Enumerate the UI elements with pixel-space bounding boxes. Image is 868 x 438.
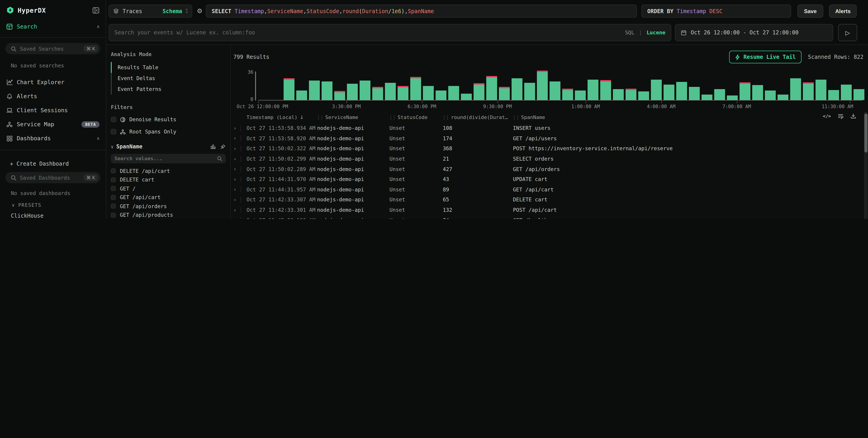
row-expand-chevron-icon[interactable]: ›	[234, 176, 241, 182]
checkbox[interactable]	[111, 117, 116, 122]
create-dashboard-button[interactable]: + Create Dashboard	[0, 160, 106, 167]
language-toggle-sql[interactable]: SQL	[625, 29, 634, 36]
histogram-bar[interactable]	[702, 94, 712, 100]
sidebar-item-service-map[interactable]: Service Map BETA	[0, 120, 106, 128]
histogram-bar[interactable]	[613, 89, 624, 100]
saved-dashboards-input[interactable]: Saved Dashboards ⌘ K	[5, 172, 100, 183]
histogram-bar[interactable]	[537, 70, 548, 100]
order-by-input[interactable]: ORDER BY Timestamp DESC	[641, 4, 791, 18]
histogram-bar[interactable]	[727, 95, 738, 100]
language-toggle-lucene[interactable]: Lucene	[647, 29, 665, 36]
histogram-bar[interactable]	[321, 81, 333, 100]
column-header-timestamp[interactable]: Timestamp (Local)↓	[247, 114, 317, 120]
histogram-bar[interactable]	[752, 85, 763, 100]
checkbox[interactable]	[111, 186, 116, 191]
preset-clickhouse[interactable]: ClickHouse	[0, 213, 106, 219]
histogram-bar[interactable]	[284, 78, 294, 100]
filter-option[interactable]: DELETE /api/cart	[111, 167, 226, 175]
save-button[interactable]: Save	[798, 4, 823, 18]
mode-event-deltas[interactable]: Event Deltas	[111, 73, 226, 84]
drag-handle-icon[interactable]: ⋮⋮	[443, 115, 449, 120]
source-settings-gear-icon[interactable]: ⚙	[197, 7, 203, 14]
histogram-bar[interactable]	[765, 91, 776, 100]
pin-icon[interactable]	[220, 144, 226, 149]
histogram-bar[interactable]	[676, 82, 687, 100]
lucene-search-input[interactable]: Search your events w/ Lucene ex. column:…	[108, 24, 671, 41]
histogram-bar[interactable]	[714, 89, 725, 100]
root-spans-toggle[interactable]: Root Spans Only	[111, 128, 226, 135]
column-header-spanname[interactable]: ⋮⋮SpanName	[513, 114, 868, 120]
alerts-button[interactable]: Alerts	[829, 4, 857, 18]
filter-option[interactable]: GET /api/cart	[111, 193, 226, 202]
histogram-bar[interactable]	[296, 91, 307, 100]
histogram-bar[interactable]	[854, 89, 864, 100]
table-row[interactable]: › Oct 27 11:42:33.307 AM nodejs-demo-api…	[234, 195, 868, 205]
scrollbar-thumb[interactable]	[864, 114, 867, 152]
sidebar-item-client-sessions[interactable]: Client Sessions	[0, 106, 106, 115]
checkbox[interactable]	[111, 213, 116, 217]
histogram-bar[interactable]	[600, 80, 611, 100]
table-row[interactable]: › Oct 27 11:44:31.957 AM nodejs-demo-api…	[234, 184, 868, 195]
row-expand-chevron-icon[interactable]: ›	[234, 125, 241, 131]
row-expand-chevron-icon[interactable]: ›	[234, 197, 241, 203]
checkbox[interactable]	[111, 169, 116, 174]
mode-event-patterns[interactable]: Event Patterns	[111, 84, 226, 94]
presets-section[interactable]: ∨ PRESETS	[0, 202, 106, 208]
drag-handle-icon[interactable]: ⋮⋮	[390, 115, 395, 120]
row-expand-chevron-icon[interactable]: ›	[234, 166, 241, 172]
histogram-bar[interactable]	[550, 81, 560, 100]
table-row[interactable]: › Oct 27 11:50:02.299 AM nodejs-demo-api…	[234, 154, 868, 164]
histogram-bar[interactable]	[663, 84, 674, 100]
histogram-bar[interactable]	[309, 81, 320, 100]
histogram-bar[interactable]	[499, 87, 510, 100]
chart-toggle-icon[interactable]	[210, 144, 216, 149]
row-expand-chevron-icon[interactable]: ›	[234, 136, 241, 141]
histogram-bar[interactable]	[524, 83, 535, 100]
checkbox[interactable]	[111, 195, 116, 200]
histogram-bar[interactable]	[423, 86, 434, 100]
select-query-input[interactable]: SELECT Timestamp,ServiceName,StatusCode,…	[206, 4, 637, 18]
histogram-bar[interactable]	[778, 94, 788, 100]
vertical-scrollbar[interactable]	[864, 112, 868, 219]
histogram-bar[interactable]	[398, 86, 408, 100]
histogram-bar[interactable]	[815, 80, 827, 100]
table-row[interactable]: › Oct 27 11:42:33.301 AM nodejs-demo-api…	[234, 205, 868, 215]
histogram-bar[interactable]	[334, 91, 345, 100]
checkbox[interactable]	[111, 177, 116, 182]
row-expand-chevron-icon[interactable]: ›	[234, 207, 241, 213]
histogram-bar[interactable]	[486, 76, 497, 100]
histogram-bar[interactable]	[347, 84, 358, 100]
histogram-bar[interactable]	[638, 91, 649, 100]
sidebar-collapse-icon[interactable]	[92, 6, 99, 14]
histogram-bar[interactable]	[360, 81, 370, 100]
row-expand-chevron-icon[interactable]: ›	[234, 156, 241, 162]
chevron-up-icon[interactable]: ∧	[97, 24, 99, 29]
sidebar-item-chart-explorer[interactable]: Chart Explorer	[0, 78, 106, 86]
filter-option[interactable]: GET /	[111, 184, 226, 193]
column-header-statuscode[interactable]: ⋮⋮StatusCode	[390, 114, 443, 120]
checkbox[interactable]	[111, 129, 116, 135]
sidebar-item-alerts[interactable]: Alerts	[0, 92, 106, 100]
spanname-search-input[interactable]: Search values...	[111, 154, 226, 163]
histogram-bar[interactable]	[461, 94, 472, 100]
filter-group-spanname[interactable]: ∨ SpanName	[111, 143, 226, 150]
histogram-bar[interactable]	[436, 91, 446, 100]
table-row[interactable]: › Oct 27 11:53:58.934 AM nodejs-demo-api…	[234, 123, 868, 133]
filter-option[interactable]: GET /api/products	[111, 211, 226, 219]
histogram-bar[interactable]	[651, 80, 662, 100]
table-row[interactable]: › Oct 27 11:53:58.920 AM nodejs-demo-api…	[234, 133, 868, 143]
histogram-bar[interactable]	[575, 91, 586, 100]
histogram-bar[interactable]	[790, 78, 801, 100]
histogram-bar[interactable]	[740, 82, 750, 100]
histogram-bar[interactable]	[803, 82, 814, 100]
saved-searches-input[interactable]: Saved Searches ⌘ K	[5, 43, 100, 54]
sidebar-item-dashboards[interactable]: Dashboards ∧	[0, 134, 106, 143]
table-row[interactable]: › Oct 27 11:42:20.180 AM nodejs-demo-api…	[234, 215, 868, 219]
denoise-results-toggle[interactable]: Denoise Results	[111, 116, 226, 123]
drag-handle-icon[interactable]: ⋮⋮	[317, 115, 323, 120]
histogram-bar[interactable]	[410, 77, 421, 100]
histogram-bar[interactable]	[372, 87, 383, 100]
histogram-bar[interactable]	[828, 90, 839, 100]
download-icon[interactable]	[850, 113, 856, 119]
row-expand-chevron-icon[interactable]: ›	[234, 146, 241, 152]
